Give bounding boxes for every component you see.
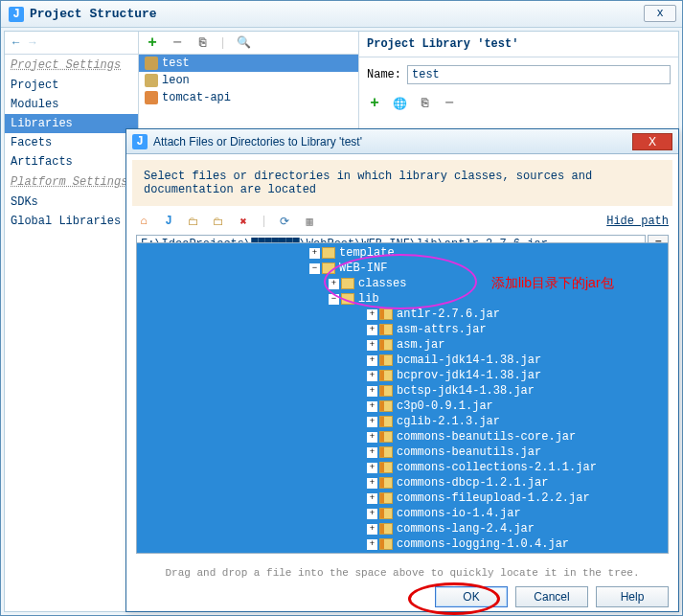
tree-node-lib[interactable]: −lib — [137, 291, 668, 307]
globe-icon[interactable]: 🌐 — [392, 96, 407, 111]
tree-node-jar[interactable]: +bcmail-jdk14-1.38.jar — [137, 353, 668, 368]
remove-library-icon[interactable]: − — [170, 35, 185, 51]
jar-icon — [379, 416, 393, 427]
expand-icon[interactable]: + — [329, 279, 339, 289]
detach-icon[interactable]: − — [442, 96, 457, 111]
tree-node-jar[interactable]: +commons-logging-1.0.4.jar — [137, 536, 668, 552]
expand-icon[interactable]: + — [309, 248, 320, 259]
collapse-icon[interactable]: − — [309, 263, 320, 274]
expand-icon[interactable]: + — [367, 463, 377, 473]
heading-project-settings: Project Settings — [5, 55, 138, 76]
expand-icon[interactable]: + — [367, 309, 377, 320]
item-modules[interactable]: Modules — [5, 95, 138, 114]
jar-icon — [379, 308, 393, 320]
tree-node-jar[interactable]: +commons-pool-1.2.jar — [137, 552, 668, 554]
tree-node-template[interactable]: +template — [137, 245, 668, 261]
tree-node-jar[interactable]: +antlr-2.7.6.jar — [137, 307, 668, 322]
project-icon[interactable]: J — [161, 214, 176, 229]
expand-icon[interactable]: + — [367, 401, 377, 412]
lib-item-leon[interactable]: leon — [139, 72, 358, 89]
jar-icon — [379, 400, 393, 412]
tree-node-jar[interactable]: +commons-dbcp-1.2.1.jar — [137, 475, 668, 491]
attach-titlebar[interactable]: J Attach Files or Directories to Library… — [126, 129, 678, 154]
add-library-icon[interactable]: + — [145, 35, 160, 51]
item-sdks[interactable]: SDKs — [5, 193, 138, 212]
expand-icon[interactable]: + — [367, 478, 377, 489]
item-artifacts[interactable]: Artifacts — [5, 152, 138, 171]
lib-icon — [145, 74, 158, 87]
jar-icon — [379, 385, 393, 397]
jar-icon — [379, 492, 393, 504]
copy-library-icon[interactable]: ⎘ — [194, 35, 210, 51]
expand-icon[interactable]: + — [367, 493, 377, 504]
ps-titlebar[interactable]: J Project Structure x — [1, 1, 682, 28]
ps-close-button[interactable]: x — [644, 5, 676, 22]
tree-node-jar[interactable]: +commons-io-1.4.jar — [137, 506, 668, 521]
copy-icon[interactable]: ⎘ — [417, 96, 432, 111]
tree-node-jar[interactable]: +commons-lang-2.4.jar — [137, 521, 668, 536]
ps-logo-icon: J — [9, 7, 24, 22]
ok-button[interactable]: OK — [435, 586, 508, 607]
refresh-icon[interactable]: ⟳ — [277, 214, 292, 229]
lib-icon — [145, 91, 158, 104]
tree-node-jar[interactable]: +bcprov-jdk14-1.38.jar — [137, 368, 668, 383]
expand-icon[interactable]: + — [367, 539, 377, 550]
find-icon[interactable]: 🔍 — [236, 35, 251, 51]
expand-icon[interactable]: + — [367, 509, 377, 519]
attach-toolbar: ⌂ J 🗀 🗀 ✖ | ⟳ ▦ Hide path — [126, 212, 678, 231]
tree-node-jar[interactable]: +asm.jar — [137, 337, 668, 353]
tree-node-webinf[interactable]: −WEB-INF — [137, 261, 668, 276]
cancel-button[interactable]: Cancel — [515, 586, 588, 607]
expand-icon[interactable]: + — [367, 386, 377, 397]
delete-icon[interactable]: ✖ — [236, 214, 251, 229]
tree-node-jar[interactable]: +c3p0-0.9.1.jar — [137, 399, 668, 414]
hide-path-link[interactable]: Hide path — [606, 215, 669, 228]
collapse-icon[interactable]: − — [329, 294, 339, 305]
show-hidden-icon[interactable]: ▦ — [302, 214, 317, 229]
tree-label: commons-io-1.4.jar — [397, 507, 521, 520]
tree-node-jar[interactable]: +commons-beanutils.jar — [137, 445, 668, 460]
expand-icon[interactable]: + — [367, 371, 377, 381]
expand-icon[interactable]: + — [367, 417, 377, 427]
tree-node-jar[interactable]: +commons-beanutils-core.jar — [137, 429, 668, 445]
new-folder-icon[interactable]: 🗀 — [186, 214, 201, 229]
tree-label: commons-collections-2.1.1.jar — [397, 461, 597, 474]
tree-node-jar[interactable]: +commons-fileupload-1.2.2.jar — [137, 491, 668, 506]
ps-title: Project Structure — [30, 7, 157, 21]
item-facets[interactable]: Facets — [5, 133, 138, 152]
expand-icon[interactable]: + — [367, 447, 377, 458]
home-icon[interactable]: ⌂ — [136, 214, 151, 229]
nav-forward-icon[interactable]: → — [29, 36, 35, 50]
folder-icon[interactable]: 🗀 — [211, 214, 226, 229]
item-global-libraries[interactable]: Global Libraries — [5, 212, 138, 231]
lib-item-test[interactable]: test — [139, 55, 358, 72]
tree-node-jar[interactable]: +cglib-2.1.3.jar — [137, 414, 668, 429]
tree-node-jar[interactable]: +commons-collections-2.1.1.jar — [137, 460, 668, 475]
help-button[interactable]: Help — [596, 586, 669, 607]
lib-item-tomcat[interactable]: tomcat-api — [139, 89, 358, 106]
expand-icon[interactable]: + — [367, 340, 377, 351]
tree-node-jar[interactable]: +asm-attrs.jar — [137, 322, 668, 337]
attach-dialog: J Attach Files or Directories to Library… — [125, 128, 679, 612]
attach-files-icon[interactable]: + — [367, 96, 382, 111]
dialog-button-row: OK Cancel Help — [126, 586, 678, 607]
file-tree[interactable]: +template −WEB-INF +classes −lib +antlr-… — [136, 242, 669, 554]
tree-node-jar[interactable]: +bctsp-jdk14-1.38.jar — [137, 383, 668, 399]
item-libraries[interactable]: Libraries — [5, 114, 138, 133]
ps-window-controls: x — [644, 5, 676, 22]
attach-message: Select files or directories in which lib… — [132, 160, 672, 206]
expand-icon[interactable]: + — [367, 524, 377, 535]
lib-detail-toolbar: + 🌐 ⎘ − — [359, 92, 678, 115]
tree-label: commons-beanutils-core.jar — [397, 430, 576, 444]
attach-close-button[interactable]: X — [632, 133, 672, 150]
folder-icon — [341, 293, 354, 305]
jar-icon — [379, 462, 393, 473]
tree-label: commons-pool-1.2.jar — [397, 553, 535, 554]
expand-icon[interactable]: + — [367, 355, 377, 366]
nav-back-icon[interactable]: ← — [12, 36, 19, 50]
item-project[interactable]: Project — [5, 76, 138, 95]
jar-icon — [379, 339, 393, 351]
expand-icon[interactable]: + — [367, 325, 377, 335]
lib-name-input[interactable] — [407, 65, 671, 84]
expand-icon[interactable]: + — [367, 432, 377, 443]
